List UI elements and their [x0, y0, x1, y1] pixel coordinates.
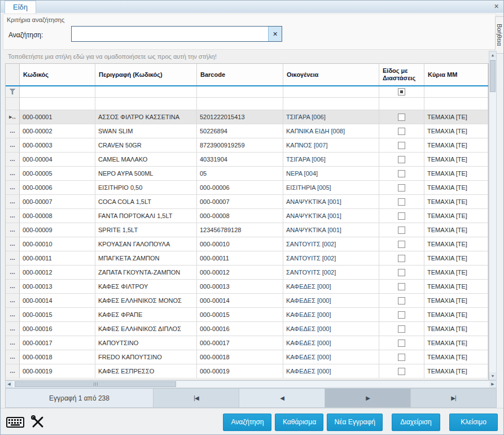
cell-dimensions[interactable]: [379, 294, 424, 308]
cell-main-unit[interactable]: ΤΕΜΑΧΙΑ [ΤΕ]: [424, 308, 488, 322]
row-indicator[interactable]: ▸‥: [6, 110, 20, 124]
cell-description[interactable]: [95, 98, 197, 110]
cell-barcode[interactable]: 000-00010: [197, 237, 283, 251]
cell-main-unit[interactable]: ΤΕΜΑΧΙΑ [ΤΕ]: [424, 153, 488, 167]
cell-dimensions[interactable]: [379, 251, 424, 266]
cell-family[interactable]: ΚΑΠΝΙΚΑ ΕΙΔΗ [008]: [283, 124, 379, 138]
header-description[interactable]: Περιγραφή (Κωδικός): [95, 64, 197, 85]
table-row[interactable]: … 000-00019 ΚΑΦΕΣ ΕΣΠΡΕΣΣΟ 000-00019 ΚΑΦ…: [6, 364, 488, 379]
cell-barcode[interactable]: 50226894: [197, 124, 283, 138]
cell-family[interactable]: ΚΑΦΕΔΕΣ [000]: [283, 294, 379, 308]
cell-main-unit[interactable]: [424, 98, 488, 110]
table-row[interactable]: … 000-00013 ΚΑΦΕΣ ΦΙΛΤΡΟΥ 000-00013 ΚΑΦΕ…: [6, 280, 488, 294]
filter-cell-code[interactable]: [20, 86, 95, 98]
table-row[interactable]: … 000-00016 ΚΑΦΕΣ ΕΛΛΗΝΙΚΟΣ ΔΙΠΛΟΣ 000-0…: [6, 322, 488, 336]
horizontal-scroll-thumb[interactable]: [15, 381, 176, 387]
table-row[interactable]: … 000-00006 ΕΙΣΙΤΗΡΙΟ 0,50 000-00006 ΕΙΣ…: [6, 181, 488, 195]
checkbox-icon[interactable]: [398, 255, 405, 262]
cell-main-unit[interactable]: ΤΕΜΑΧΙΑ [ΤΕ]: [424, 294, 488, 308]
table-row[interactable]: … 000-00009 SPRITE 1,5LT 123456789128 ΑΝ…: [6, 223, 488, 237]
cell-dimensions[interactable]: [379, 124, 424, 138]
checkbox-icon[interactable]: [398, 212, 405, 220]
cell-family[interactable]: ΑΝΑΨΥΚΤΙΚΑ [001]: [283, 209, 379, 223]
cell-description[interactable]: FANTA ΠΟΡΤΟΚΑΛΙ 1,5LT: [95, 209, 197, 223]
row-indicator[interactable]: …: [6, 280, 20, 294]
cell-description[interactable]: ΝΕΡΟ ΑΥΡΑ 500ML: [95, 167, 197, 181]
table-row[interactable]: … 000-00002 SWAN SLIM 50226894 ΚΑΠΝΙΚΑ Ε…: [6, 124, 488, 138]
cell-dimensions[interactable]: [379, 336, 424, 350]
cell-family[interactable]: ΣΑΝΤΟΥΙΤΣ [002]: [283, 237, 379, 251]
checkbox-icon[interactable]: [398, 142, 405, 149]
cell-family[interactable]: ΝΕΡΑ [004]: [283, 167, 379, 181]
tab-items[interactable]: Είδη: [5, 1, 36, 14]
cell-main-unit[interactable]: ΤΕΜΑΧΙΑ [ΤΕ]: [424, 237, 488, 251]
tools-button[interactable]: [27, 413, 49, 431]
row-indicator[interactable]: …: [6, 195, 20, 209]
row-indicator[interactable]: …: [6, 153, 20, 167]
cell-main-unit[interactable]: ΤΕΜΑΧΙΑ [ΤΕ]: [424, 167, 488, 181]
table-row[interactable]: … 000-00004 CAMEL ΜΑΛΑΚΟ 40331904 ΤΣΙΓΑΡ…: [6, 153, 488, 167]
checkbox-icon[interactable]: [398, 325, 405, 333]
cell-code[interactable]: 000-00009: [20, 223, 95, 237]
cell-family[interactable]: ΤΣΙΓΑΡΑ [006]: [283, 153, 379, 167]
cell-family[interactable]: ΚΑΦΕΔΕΣ [000]: [283, 350, 379, 364]
cell-main-unit[interactable]: ΤΕΜΑΧΙΑ [ΤΕ]: [424, 350, 488, 364]
cell-code[interactable]: 000-00015: [20, 308, 95, 322]
row-indicator[interactable]: …: [6, 350, 20, 364]
cell-dimensions[interactable]: [379, 209, 424, 223]
checkbox-icon[interactable]: [398, 241, 405, 248]
cell-family[interactable]: [283, 98, 379, 110]
checkbox-icon[interactable]: [398, 184, 405, 192]
table-row[interactable]: … 000-00011 ΜΠΑΓΚΕΤΑ ΖΑΜΠΟΝ 000-00011 ΣΑ…: [6, 251, 488, 266]
cell-description[interactable]: ΚΑΦΕΣ ΦΡΑΠΕ: [95, 308, 197, 322]
cell-family[interactable]: ΑΝΑΨΥΚΤΙΚΑ [001]: [283, 195, 379, 209]
indeterminate-checkbox-icon[interactable]: [398, 88, 405, 95]
row-indicator[interactable]: …: [6, 167, 20, 181]
help-tab[interactable]: Βοήθεια: [495, 16, 503, 54]
cell-barcode[interactable]: 000-00019: [197, 364, 283, 379]
checkbox-icon[interactable]: [398, 114, 405, 121]
search-button[interactable]: Αναζήτηση: [223, 414, 271, 431]
cell-family[interactable]: ΚΑΦΕΔΕΣ [000]: [283, 308, 379, 322]
cell-main-unit[interactable]: ΤΕΜΑΧΙΑ [ΤΕ]: [424, 209, 488, 223]
cell-description[interactable]: COCA COLA 1,5LT: [95, 195, 197, 209]
cell-barcode[interactable]: 000-00006: [197, 181, 283, 195]
cell-main-unit[interactable]: ΤΕΜΑΧΙΑ [ΤΕ]: [424, 266, 488, 280]
cell-family[interactable]: ΚΑΦΕΔΕΣ [000]: [283, 322, 379, 336]
row-indicator[interactable]: …: [6, 138, 20, 153]
row-indicator[interactable]: …: [6, 364, 20, 379]
cell-main-unit[interactable]: ΤΕΜΑΧΙΑ [ΤΕ]: [424, 138, 488, 153]
cell-family[interactable]: ΕΙΣΙΤΗΡΙΑ [005]: [283, 181, 379, 195]
cell-code[interactable]: [20, 98, 95, 110]
table-row[interactable]: … 000-00014 ΚΑΦΕΣ ΕΛΛΗΝΙΚΟΣ ΜΟΝΟΣ 000-00…: [6, 294, 488, 308]
cell-code[interactable]: 000-00017: [20, 336, 95, 350]
filter-cell-barcode[interactable]: [197, 86, 283, 98]
cell-barcode[interactable]: 000-00014: [197, 294, 283, 308]
header-family[interactable]: Οικογένεια: [283, 64, 379, 85]
cell-barcode[interactable]: 000-00013: [197, 280, 283, 294]
cell-dimensions[interactable]: [379, 110, 424, 124]
row-indicator[interactable]: …: [6, 181, 20, 195]
cell-main-unit[interactable]: ΤΕΜΑΧΙΑ [ΤΕ]: [424, 110, 488, 124]
scroll-up-icon[interactable]: ▲: [489, 51, 496, 59]
checkbox-icon[interactable]: [398, 340, 405, 347]
header-dimensions[interactable]: Είδος με Διαστάσεις: [379, 64, 424, 85]
cell-dimensions[interactable]: [379, 237, 424, 251]
cell-description[interactable]: SWAN SLIM: [95, 124, 197, 138]
table-row[interactable]: … 000-00005 ΝΕΡΟ ΑΥΡΑ 500ML 05 ΝΕΡΑ [004…: [6, 167, 488, 181]
cell-code[interactable]: 000-00018: [20, 350, 95, 364]
checkbox-icon[interactable]: [398, 198, 405, 206]
cell-dimensions[interactable]: [379, 181, 424, 195]
cell-family[interactable]: ΑΝΑΨΥΚΤΙΚΑ [001]: [283, 223, 379, 237]
cell-dimensions[interactable]: [379, 167, 424, 181]
row-indicator[interactable]: …: [6, 124, 20, 138]
cell-main-unit[interactable]: ΤΕΜΑΧΙΑ [ΤΕ]: [424, 280, 488, 294]
cell-dimensions[interactable]: [379, 223, 424, 237]
cell-code[interactable]: 000-00001: [20, 110, 95, 124]
scroll-down-icon[interactable]: ▼: [489, 372, 496, 380]
cell-main-unit[interactable]: ΤΕΜΑΧΙΑ [ΤΕ]: [424, 124, 488, 138]
cell-dimensions[interactable]: [379, 364, 424, 379]
cell-code[interactable]: 000-00012: [20, 266, 95, 280]
cell-barcode[interactable]: 000-00008: [197, 209, 283, 223]
table-row[interactable]: … 000-00012 ΖΑΠΑΤΑ ΓΚΟΥΝΤΑ-ΖΑΜΠΟΝ 000-00…: [6, 266, 488, 280]
